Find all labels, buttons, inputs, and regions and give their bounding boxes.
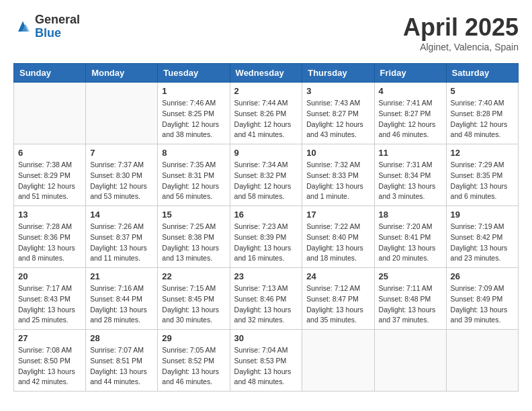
day-number: 16 <box>234 210 298 220</box>
calendar-cell <box>302 330 374 392</box>
calendar-cell <box>374 330 446 392</box>
day-number: 14 <box>90 210 153 220</box>
calendar-cell <box>86 83 158 144</box>
weekday-header-monday: Monday <box>86 64 158 83</box>
title-area: April 2025 Alginet, Valencia, Spain <box>403 13 519 52</box>
calendar-cell: 5Sunrise: 7:40 AMSunset: 8:28 PMDaylight… <box>446 83 518 144</box>
day-number: 24 <box>306 271 369 281</box>
day-info: Sunrise: 7:37 AMSunset: 8:30 PMDaylight:… <box>90 160 153 202</box>
calendar-cell: 16Sunrise: 7:23 AMSunset: 8:39 PMDayligh… <box>230 206 302 268</box>
day-info: Sunrise: 7:34 AMSunset: 8:32 PMDaylight:… <box>234 160 298 202</box>
day-number: 13 <box>18 210 81 220</box>
day-number: 11 <box>379 148 442 158</box>
day-number: 25 <box>379 271 442 281</box>
day-number: 2 <box>234 86 298 96</box>
day-info: Sunrise: 7:11 AMSunset: 8:48 PMDaylight:… <box>379 283 442 326</box>
header: General Blue April 2025 Alginet, Valenci… <box>13 13 519 52</box>
calendar-cell: 11Sunrise: 7:31 AMSunset: 8:34 PMDayligh… <box>374 144 446 206</box>
calendar-cell: 8Sunrise: 7:35 AMSunset: 8:31 PMDaylight… <box>158 144 230 206</box>
day-number: 22 <box>162 271 225 281</box>
day-info: Sunrise: 7:35 AMSunset: 8:31 PMDaylight:… <box>162 160 225 202</box>
calendar-cell: 27Sunrise: 7:08 AMSunset: 8:50 PMDayligh… <box>14 330 86 392</box>
day-info: Sunrise: 7:41 AMSunset: 8:27 PMDaylight:… <box>379 98 442 140</box>
day-number: 15 <box>162 210 225 220</box>
day-info: Sunrise: 7:29 AMSunset: 8:35 PMDaylight:… <box>451 160 514 202</box>
day-number: 30 <box>234 333 298 343</box>
calendar-cell: 20Sunrise: 7:17 AMSunset: 8:43 PMDayligh… <box>14 268 86 330</box>
logo-blue-text: Blue <box>35 27 80 40</box>
day-info: Sunrise: 7:12 AMSunset: 8:47 PMDaylight:… <box>306 283 369 326</box>
week-row-2: 6Sunrise: 7:38 AMSunset: 8:29 PMDaylight… <box>14 144 519 206</box>
day-number: 20 <box>18 271 81 281</box>
logo: General Blue <box>13 13 80 40</box>
day-info: Sunrise: 7:19 AMSunset: 8:42 PMDaylight:… <box>451 222 514 264</box>
day-number: 26 <box>451 271 514 281</box>
week-row-3: 13Sunrise: 7:28 AMSunset: 8:36 PMDayligh… <box>14 206 519 268</box>
calendar-cell: 9Sunrise: 7:34 AMSunset: 8:32 PMDaylight… <box>230 144 302 206</box>
calendar-cell: 17Sunrise: 7:22 AMSunset: 8:40 PMDayligh… <box>302 206 374 268</box>
calendar-cell: 30Sunrise: 7:04 AMSunset: 8:53 PMDayligh… <box>230 330 302 392</box>
calendar: SundayMondayTuesdayWednesdayThursdayFrid… <box>13 63 519 392</box>
day-info: Sunrise: 7:13 AMSunset: 8:46 PMDaylight:… <box>234 283 298 326</box>
day-number: 7 <box>90 148 153 158</box>
day-number: 3 <box>306 86 369 96</box>
calendar-cell: 28Sunrise: 7:07 AMSunset: 8:51 PMDayligh… <box>86 330 158 392</box>
day-number: 10 <box>306 148 369 158</box>
day-info: Sunrise: 7:04 AMSunset: 8:53 PMDaylight:… <box>234 345 298 387</box>
calendar-cell: 14Sunrise: 7:26 AMSunset: 8:37 PMDayligh… <box>86 206 158 268</box>
day-info: Sunrise: 7:05 AMSunset: 8:52 PMDaylight:… <box>162 345 225 387</box>
day-info: Sunrise: 7:16 AMSunset: 8:44 PMDaylight:… <box>90 283 153 326</box>
location: Alginet, Valencia, Spain <box>403 42 519 52</box>
calendar-cell: 22Sunrise: 7:15 AMSunset: 8:45 PMDayligh… <box>158 268 230 330</box>
day-info: Sunrise: 7:17 AMSunset: 8:43 PMDaylight:… <box>18 283 81 326</box>
calendar-cell: 15Sunrise: 7:25 AMSunset: 8:38 PMDayligh… <box>158 206 230 268</box>
day-number: 9 <box>234 148 298 158</box>
day-info: Sunrise: 7:22 AMSunset: 8:40 PMDaylight:… <box>306 222 369 264</box>
calendar-cell: 12Sunrise: 7:29 AMSunset: 8:35 PMDayligh… <box>446 144 518 206</box>
calendar-cell: 3Sunrise: 7:43 AMSunset: 8:27 PMDaylight… <box>302 83 374 144</box>
day-number: 4 <box>379 86 442 96</box>
day-number: 19 <box>451 210 514 220</box>
week-row-4: 20Sunrise: 7:17 AMSunset: 8:43 PMDayligh… <box>14 268 519 330</box>
day-number: 1 <box>162 86 225 96</box>
month-title: April 2025 <box>403 13 519 42</box>
day-info: Sunrise: 7:46 AMSunset: 8:25 PMDaylight:… <box>162 98 225 140</box>
calendar-cell: 19Sunrise: 7:19 AMSunset: 8:42 PMDayligh… <box>446 206 518 268</box>
weekday-header-thursday: Thursday <box>302 64 374 83</box>
weekday-header-wednesday: Wednesday <box>230 64 302 83</box>
weekday-header-sunday: Sunday <box>14 64 86 83</box>
day-info: Sunrise: 7:25 AMSunset: 8:38 PMDaylight:… <box>162 222 225 264</box>
day-number: 27 <box>18 333 81 343</box>
weekday-header-friday: Friday <box>374 64 446 83</box>
calendar-cell <box>446 330 518 392</box>
calendar-cell: 25Sunrise: 7:11 AMSunset: 8:48 PMDayligh… <box>374 268 446 330</box>
day-info: Sunrise: 7:07 AMSunset: 8:51 PMDaylight:… <box>90 345 153 387</box>
page-container: General Blue April 2025 Alginet, Valenci… <box>13 13 519 392</box>
day-info: Sunrise: 7:40 AMSunset: 8:28 PMDaylight:… <box>451 98 514 140</box>
day-number: 5 <box>451 86 514 96</box>
day-number: 6 <box>18 148 81 158</box>
calendar-cell: 24Sunrise: 7:12 AMSunset: 8:47 PMDayligh… <box>302 268 374 330</box>
calendar-cell: 4Sunrise: 7:41 AMSunset: 8:27 PMDaylight… <box>374 83 446 144</box>
calendar-cell: 18Sunrise: 7:20 AMSunset: 8:41 PMDayligh… <box>374 206 446 268</box>
calendar-cell: 2Sunrise: 7:44 AMSunset: 8:26 PMDaylight… <box>230 83 302 144</box>
day-number: 17 <box>306 210 369 220</box>
day-number: 8 <box>162 148 225 158</box>
day-number: 29 <box>162 333 225 343</box>
calendar-cell: 10Sunrise: 7:32 AMSunset: 8:33 PMDayligh… <box>302 144 374 206</box>
week-row-1: 1Sunrise: 7:46 AMSunset: 8:25 PMDaylight… <box>14 83 519 144</box>
calendar-cell: 6Sunrise: 7:38 AMSunset: 8:29 PMDaylight… <box>14 144 86 206</box>
calendar-cell: 29Sunrise: 7:05 AMSunset: 8:52 PMDayligh… <box>158 330 230 392</box>
day-number: 23 <box>234 271 298 281</box>
day-info: Sunrise: 7:26 AMSunset: 8:37 PMDaylight:… <box>90 222 153 264</box>
day-info: Sunrise: 7:43 AMSunset: 8:27 PMDaylight:… <box>306 98 369 140</box>
calendar-cell: 13Sunrise: 7:28 AMSunset: 8:36 PMDayligh… <box>14 206 86 268</box>
day-info: Sunrise: 7:44 AMSunset: 8:26 PMDaylight:… <box>234 98 298 140</box>
day-number: 28 <box>90 333 153 343</box>
calendar-cell: 21Sunrise: 7:16 AMSunset: 8:44 PMDayligh… <box>86 268 158 330</box>
calendar-cell: 26Sunrise: 7:09 AMSunset: 8:49 PMDayligh… <box>446 268 518 330</box>
day-info: Sunrise: 7:15 AMSunset: 8:45 PMDaylight:… <box>162 283 225 326</box>
day-info: Sunrise: 7:32 AMSunset: 8:33 PMDaylight:… <box>306 160 369 202</box>
day-info: Sunrise: 7:20 AMSunset: 8:41 PMDaylight:… <box>379 222 442 264</box>
day-number: 21 <box>90 271 153 281</box>
